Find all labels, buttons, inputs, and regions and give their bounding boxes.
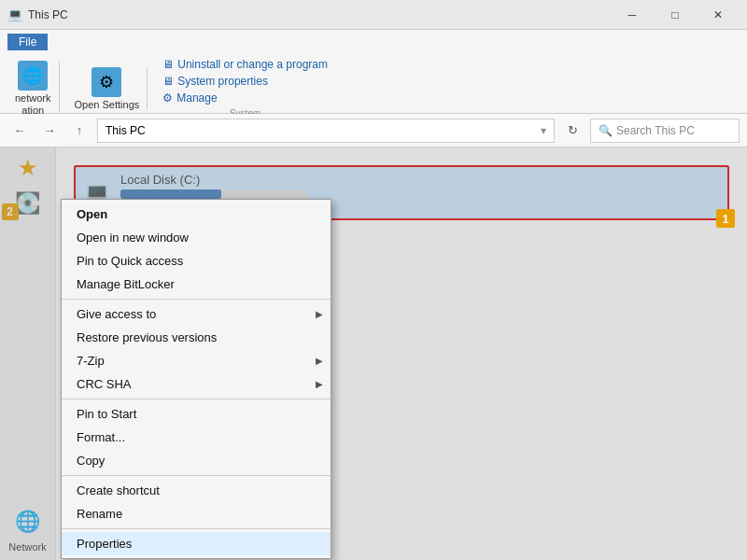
uninstall-icon: 🖥 bbox=[162, 58, 174, 71]
window-icon: 💻 bbox=[7, 7, 22, 22]
ctx-create-shortcut[interactable]: Create shortcut bbox=[62, 479, 331, 502]
system-items-2: 🖥 System properties bbox=[162, 75, 328, 88]
ctx-manage-bitlocker[interactable]: Manage BitLocker bbox=[62, 273, 331, 296]
uninstall-label: Uninstall or change a program bbox=[177, 58, 328, 71]
uninstall-item[interactable]: 🖥 Uninstall or change a program bbox=[162, 58, 328, 71]
file-tab[interactable]: File bbox=[7, 34, 48, 50]
system-properties-item[interactable]: 🖥 System properties bbox=[162, 75, 268, 88]
main-content: ★ 💽 2 🌐 Network 💻 Local Disk (C:) bbox=[0, 147, 747, 560]
system-section: 🖥 Uninstall or change a program 🖥 System… bbox=[155, 54, 335, 122]
ctx-sep-3 bbox=[62, 475, 331, 476]
context-menu: Open Open in new window Pin to Quick acc… bbox=[61, 199, 331, 559]
nav-bar: ← → ↑ This PC ▾ ↻ 🔍 Search This PC bbox=[0, 114, 747, 147]
ctx-7zip[interactable]: 7-Zip bbox=[62, 349, 331, 372]
system-items-3: ⚙ Manage bbox=[162, 91, 328, 105]
address-text: This PC bbox=[106, 124, 146, 137]
close-button[interactable]: ✕ bbox=[697, 0, 740, 30]
window: 💻 This PC ─ □ ✕ File 🌐 networkation bbox=[0, 0, 747, 560]
ribbon-content: 🌐 networkation ⚙ Open Settings 🖥 bbox=[7, 54, 335, 122]
ribbon: File 🌐 networkation ⚙ Open Settings bbox=[0, 30, 747, 114]
manage-icon: ⚙ bbox=[162, 91, 173, 105]
ctx-rename[interactable]: Rename bbox=[62, 502, 331, 525]
refresh-button[interactable]: ↻ bbox=[560, 119, 585, 143]
ctx-sep-4 bbox=[62, 528, 331, 529]
manage-label: Manage bbox=[176, 91, 217, 105]
ribbon-tabs: File 🌐 networkation ⚙ Open Settings bbox=[7, 34, 335, 109]
ctx-open[interactable]: Open bbox=[62, 203, 331, 226]
up-button[interactable]: ↑ bbox=[67, 119, 92, 143]
window-controls: ─ □ ✕ bbox=[611, 0, 740, 30]
manage-item[interactable]: ⚙ Manage bbox=[162, 91, 217, 105]
system-prop-icon: 🖥 bbox=[162, 75, 174, 88]
search-placeholder: Search This PC bbox=[616, 124, 695, 137]
ribbon-network-icon-group[interactable]: 🌐 networkation bbox=[15, 61, 51, 115]
address-bar[interactable]: This PC ▾ bbox=[97, 119, 555, 143]
minimize-button[interactable]: ─ bbox=[611, 0, 654, 30]
annotation-1: 1 bbox=[716, 209, 735, 228]
back-button[interactable]: ← bbox=[7, 119, 32, 143]
ctx-open-new-window[interactable]: Open in new window bbox=[62, 226, 331, 249]
ribbon-network-label: networkation bbox=[15, 92, 51, 115]
title-bar: 💻 This PC ─ □ ✕ bbox=[0, 0, 747, 30]
ctx-format[interactable]: Format... bbox=[62, 426, 331, 449]
ctx-properties[interactable]: Properties bbox=[62, 532, 331, 555]
ctx-copy[interactable]: Copy bbox=[62, 449, 331, 472]
ctx-pin-start[interactable]: Pin to Start bbox=[62, 402, 331, 426]
forward-button[interactable]: → bbox=[37, 119, 62, 143]
ctx-give-access[interactable]: Give access to bbox=[62, 302, 331, 326]
address-chevron: ▾ bbox=[541, 124, 546, 137]
ribbon-settings-section: ⚙ Open Settings bbox=[67, 67, 148, 110]
ctx-crc-sha[interactable]: CRC SHA bbox=[62, 372, 331, 396]
open-settings-group[interactable]: ⚙ Open Settings bbox=[75, 67, 140, 110]
ribbon-network-section: 🌐 networkation bbox=[7, 61, 60, 115]
search-bar[interactable]: 🔍 Search This PC bbox=[590, 119, 740, 143]
system-properties-label: System properties bbox=[177, 75, 268, 88]
system-items: 🖥 Uninstall or change a program bbox=[162, 58, 328, 71]
ctx-sep-2 bbox=[62, 399, 331, 399]
maximize-button[interactable]: □ bbox=[654, 0, 697, 30]
ctx-sep-1 bbox=[62, 299, 331, 300]
network-icon: 🌐 bbox=[18, 61, 48, 91]
window-title: This PC bbox=[28, 8, 611, 21]
search-icon: 🔍 bbox=[599, 124, 613, 137]
settings-label: Open Settings bbox=[75, 99, 140, 110]
ctx-restore-versions[interactable]: Restore previous versions bbox=[62, 326, 331, 349]
ctx-pin-quick-access[interactable]: Pin to Quick access bbox=[62, 249, 331, 273]
settings-icon: ⚙ bbox=[92, 67, 121, 97]
